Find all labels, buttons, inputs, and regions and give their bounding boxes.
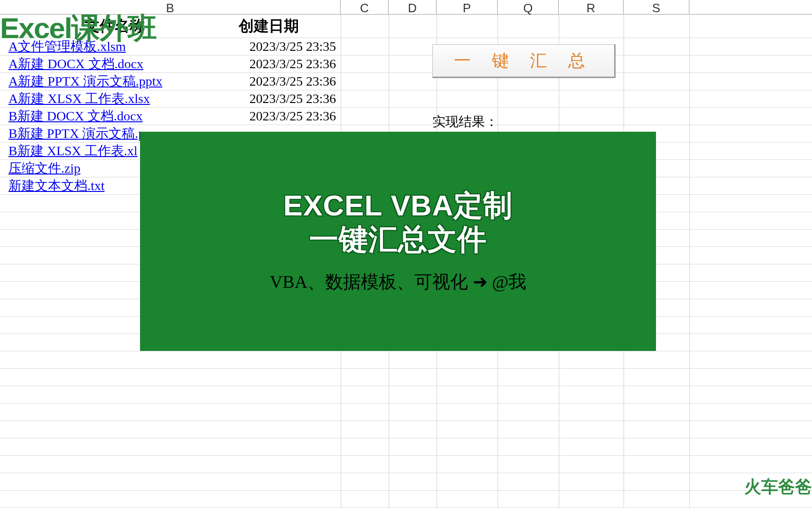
watermark-title: Excel课外班 — [0, 8, 156, 48]
column-header-p[interactable]: P — [437, 0, 498, 14]
promo-line2: 一键汇总文件 — [309, 222, 487, 256]
column-header-q[interactable]: Q — [498, 0, 559, 14]
summary-button[interactable]: 一 键 汇 总 — [432, 44, 616, 78]
promo-overlay: EXCEL VBA定制 一键汇总文件 VBA、数据模板、可视化 ➜ @我 — [140, 132, 656, 351]
column-header-d[interactable]: D — [389, 0, 437, 14]
promo-line1: EXCEL VBA定制 — [283, 189, 513, 222]
column-header-r[interactable]: R — [559, 0, 624, 14]
column-header-c[interactable]: C — [341, 0, 389, 14]
promo-subtitle: VBA、数据模板、可视化 ➜ @我 — [270, 270, 526, 294]
column-header-s[interactable]: S — [624, 0, 689, 14]
